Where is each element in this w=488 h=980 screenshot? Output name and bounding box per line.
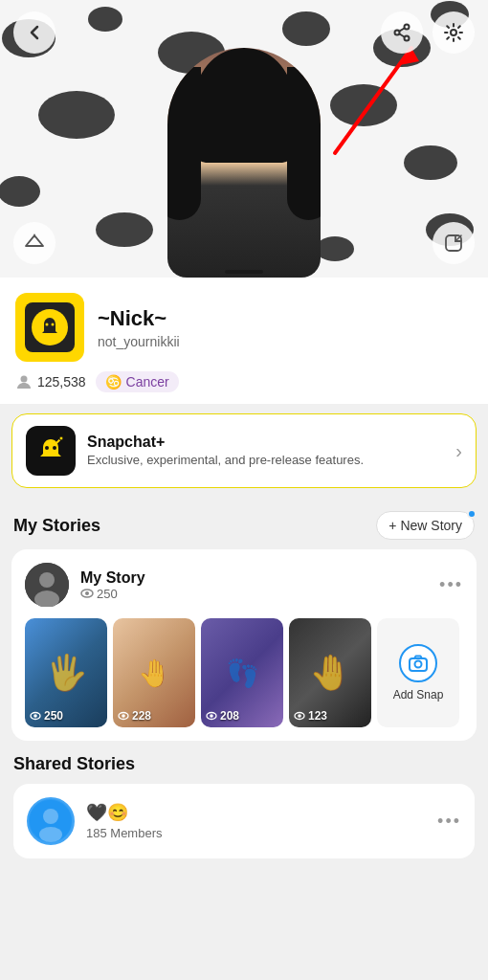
header-bottom-icons: [0, 222, 488, 264]
profile-top: ~Nick~ not_yournikkii: [15, 293, 473, 362]
add-snap-button[interactable]: Add Snap: [377, 618, 459, 727]
shared-stories-section: Shared Stories 🖤😊 185 Members •••: [0, 741, 488, 868]
snapchat-plus-banner[interactable]: Snapchat+ Exclusive, experimental, and p…: [11, 413, 477, 488]
my-stories-header: My Stories + New Story: [0, 498, 488, 549]
snapcode-inner: [25, 302, 75, 352]
new-story-button[interactable]: + New Story: [376, 511, 475, 540]
svg-point-39: [210, 714, 213, 718]
story-more-button[interactable]: •••: [439, 575, 463, 595]
share-button[interactable]: [381, 11, 423, 54]
new-story-label: + New Story: [388, 518, 462, 533]
thumb2-views: 228: [118, 709, 151, 723]
nav-right-buttons: [381, 11, 475, 54]
svg-point-25: [45, 446, 49, 450]
snapcode-ghost: [32, 309, 68, 345]
svg-point-23: [52, 323, 55, 326]
svg-point-33: [85, 591, 89, 595]
svg-line-18: [399, 28, 405, 32]
sticker-icon: [443, 233, 464, 254]
add-snap-label: Add Snap: [393, 688, 444, 702]
eye-icon: [80, 587, 94, 600]
profile-username: not_yournikkii: [98, 334, 180, 349]
thumb1-view-count: 250: [44, 709, 63, 723]
shared-stories-title: Shared Stories: [13, 754, 475, 774]
thumb3-view-count: 208: [220, 709, 239, 723]
zodiac-badge: ♋ Cancer: [96, 371, 179, 392]
story-title: My Story: [80, 569, 428, 587]
svg-point-46: [39, 827, 62, 842]
svg-point-16: [405, 36, 410, 41]
svg-point-37: [122, 714, 125, 718]
svg-point-26: [53, 446, 56, 450]
scroll-indicator: [225, 270, 263, 274]
thumb1-views: 250: [30, 709, 63, 723]
share-icon: [392, 23, 411, 42]
thumb2-view-count: 228: [132, 709, 151, 723]
svg-point-41: [298, 714, 301, 718]
shared-story-more-button[interactable]: •••: [437, 812, 461, 832]
camera-icon: [408, 653, 429, 674]
avatar-icon: [25, 563, 69, 607]
eye-small-icon-4: [294, 710, 305, 722]
story-thumbnail-1[interactable]: 🖐 250: [25, 618, 107, 727]
shared-story-info: 🖤😊 185 Members: [86, 802, 426, 840]
svg-point-22: [46, 323, 49, 326]
svg-point-30: [39, 572, 55, 588]
story-thumbnail-2[interactable]: 🤚 228: [113, 618, 195, 727]
eye-small-icon-2: [118, 710, 129, 722]
svg-point-17: [395, 31, 400, 35]
snapplus-icon: [26, 426, 76, 476]
snapplus-desc: Exclusive, experimental, and pre-release…: [87, 453, 444, 469]
sticker-button[interactable]: [433, 222, 475, 264]
add-snap-camera-icon: [399, 644, 437, 682]
shared-story-card: 🖤😊 185 Members •••: [13, 784, 475, 858]
story-thumbnail-4[interactable]: 🤚 123: [289, 618, 371, 727]
shared-story-emojis: 🖤😊: [86, 802, 426, 823]
svg-point-43: [415, 661, 422, 668]
shared-story-members: 185 Members: [86, 826, 426, 840]
shared-story-avatar: [27, 797, 75, 845]
svg-point-9: [0, 176, 40, 207]
snapplus-chevron: ›: [455, 440, 462, 462]
zodiac-symbol: ♋: [105, 374, 122, 390]
thumb4-view-count: 123: [308, 709, 327, 723]
svg-line-19: [399, 33, 405, 37]
svg-point-24: [21, 376, 28, 383]
top-nav: [0, 0, 488, 65]
svg-point-45: [43, 809, 58, 824]
shared-avatar-image: [30, 800, 72, 842]
snapplus-text: Snapchat+ Exclusive, experimental, and p…: [87, 434, 444, 469]
my-story-card: My Story 250 ••• 🖐 250: [11, 549, 477, 741]
svg-point-15: [405, 25, 410, 30]
settings-button[interactable]: [433, 11, 475, 54]
story-card-header: My Story 250 •••: [25, 563, 463, 607]
story-thumbnails: 🖐 250 🤚 228 👣: [25, 618, 463, 727]
header-bg: [0, 0, 488, 278]
profile-name: ~Nick~: [98, 306, 180, 331]
friends-icon: [15, 373, 33, 390]
profile-info: ~Nick~ not_yournikkii: [98, 306, 180, 349]
back-icon: [25, 23, 44, 42]
followers-badge: 125,538: [15, 373, 86, 390]
story-view-count: 250: [97, 587, 118, 601]
hanger-icon: [24, 233, 45, 254]
thumb3-views: 208: [206, 709, 239, 723]
my-stories-title: My Stories: [13, 516, 100, 536]
story-info: My Story 250: [80, 569, 428, 601]
story-views: 250: [80, 587, 428, 601]
svg-point-35: [33, 714, 37, 718]
wardrobe-button[interactable]: [13, 222, 55, 264]
svg-point-20: [451, 30, 456, 35]
profile-section: ~Nick~ not_yournikkii 125,538 ♋ Cancer: [0, 278, 488, 404]
snapplus-logo: [35, 435, 66, 466]
my-story-avatar: [25, 563, 69, 607]
zodiac-label: Cancer: [126, 374, 169, 390]
thumb4-views: 123: [294, 709, 327, 723]
snapcode[interactable]: [15, 293, 84, 362]
profile-stats: 125,538 ♋ Cancer: [15, 371, 473, 392]
snapplus-title: Snapchat+: [87, 434, 444, 451]
svg-point-6: [38, 91, 115, 139]
back-button[interactable]: [13, 11, 55, 54]
svg-point-28: [59, 436, 63, 440]
story-thumbnail-3[interactable]: 👣 208: [201, 618, 283, 727]
